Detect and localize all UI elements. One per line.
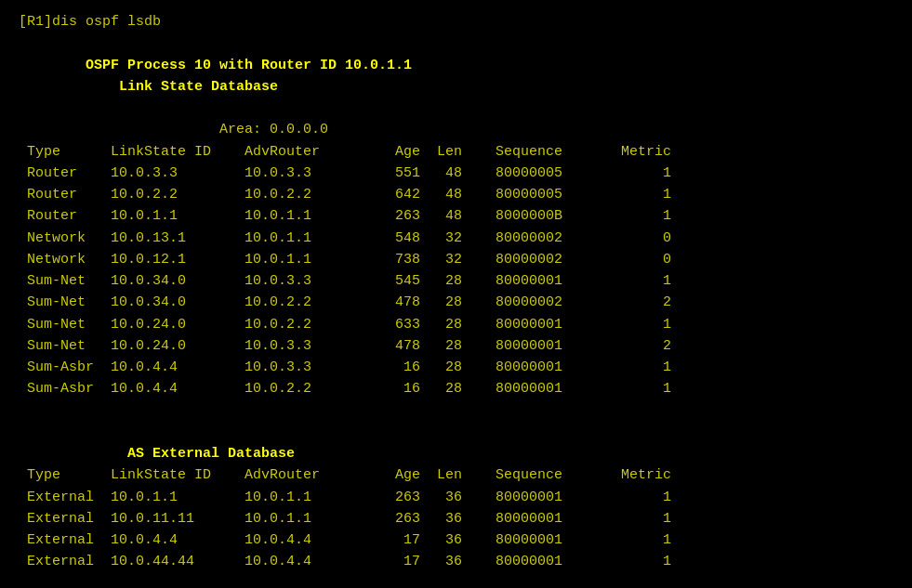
table-row: External 10.0.11.11 10.0.1.1 263 36 8000… — [19, 508, 893, 529]
table-row: External 10.0.4.4 10.0.4.4 17 36 8000000… — [19, 529, 893, 551]
as-external-header: AS External Database — [19, 443, 893, 464]
table-row: Sum-Net 10.0.24.0 10.0.3.3 478 28 800000… — [19, 335, 893, 357]
col-header-1: Type LinkState ID AdvRouter Age Len Sequ… — [19, 141, 893, 163]
area-rows: Router 10.0.3.3 10.0.3.3 551 48 80000005… — [19, 163, 893, 400]
table-row: Network 10.0.13.1 10.0.1.1 548 32 800000… — [19, 228, 893, 249]
table-row: Sum-Net 10.0.34.0 10.0.3.3 545 28 800000… — [19, 270, 893, 292]
table-row: Router 10.0.3.3 10.0.3.3 551 48 80000005… — [19, 163, 893, 184]
table-row: Sum-Asbr 10.0.4.4 10.0.3.3 16 28 8000000… — [19, 357, 893, 378]
table-row: Router 10.0.2.2 10.0.2.2 642 48 80000005… — [19, 184, 893, 205]
table-row: Router 10.0.1.1 10.0.1.1 263 48 8000000B… — [19, 205, 893, 227]
table-row: Sum-Asbr 10.0.4.4 10.0.2.2 16 28 8000000… — [19, 378, 893, 399]
external-rows: External 10.0.1.1 10.0.1.1 263 36 800000… — [19, 487, 893, 573]
ospf-header2: Link State Database — [19, 76, 893, 98]
col-header-2: Type LinkState ID AdvRouter Age Len Sequ… — [19, 464, 893, 486]
table-row: External 10.0.1.1 10.0.1.1 263 36 800000… — [19, 487, 893, 508]
ospf-header1: OSPF Process 10 with Router ID 10.0.1.1 — [19, 55, 893, 76]
command-line: [R1]dis ospf lsdb — [19, 11, 893, 33]
table-row: Network 10.0.12.1 10.0.1.1 738 32 800000… — [19, 249, 893, 270]
table-row: Sum-Net 10.0.24.0 10.0.2.2 633 28 800000… — [19, 314, 893, 335]
table-row: External 10.0.44.44 10.0.4.4 17 36 80000… — [19, 551, 893, 572]
area-header: Area: 0.0.0.0 — [19, 119, 893, 140]
terminal-window: [R1]dis ospf lsdb OSPF Process 10 with R… — [11, 7, 901, 588]
table-row: Sum-Net 10.0.34.0 10.0.2.2 478 28 800000… — [19, 292, 893, 313]
